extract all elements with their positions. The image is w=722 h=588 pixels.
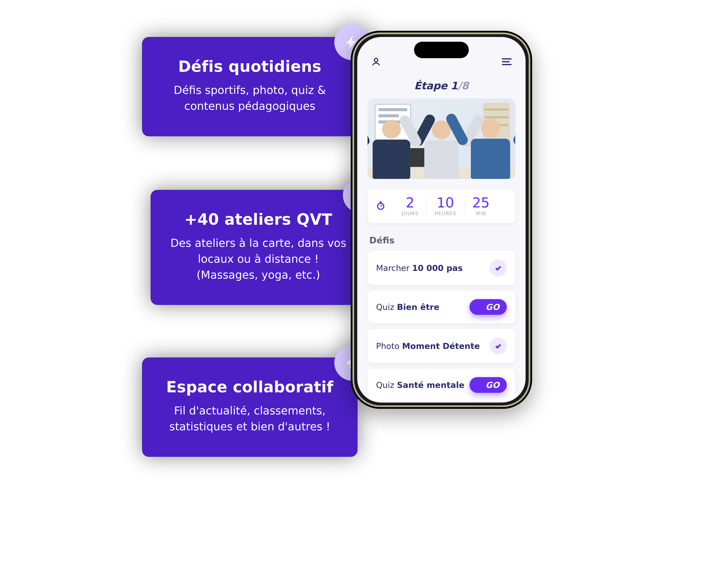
check-icon <box>490 337 507 355</box>
go-label: GO <box>486 380 500 390</box>
defi-row[interactable]: Quiz Bien être GO <box>368 291 515 323</box>
profile-icon[interactable] <box>369 55 383 68</box>
feature-title: Défis quotidiens <box>161 58 339 76</box>
hero-person <box>471 119 510 179</box>
feature-card-ateliers: +40 ateliers QVT Des ateliers à la carte… <box>150 190 366 305</box>
stage-sep: / <box>458 80 461 92</box>
phone-screen: Étape 1/8 <box>357 37 525 403</box>
stopwatch-icon <box>376 201 385 211</box>
stage-current: 1 <box>451 80 458 92</box>
countdown-days: 2 JOURS <box>394 196 426 216</box>
defi-row[interactable]: Quiz Santé mentale GO <box>368 369 515 401</box>
feature-body: Défis sportifs, photo, quiz & contenus p… <box>161 82 339 114</box>
countdown-label: MIN <box>472 211 490 216</box>
go-label: GO <box>486 302 500 312</box>
feature-body: Fil d'actualité, classements, statistiqu… <box>161 403 339 435</box>
countdown-value: 10 <box>435 196 456 210</box>
stage-total: 8 <box>461 80 469 92</box>
countdown-minutes: 25 MIN <box>464 196 497 216</box>
go-button[interactable]: GO <box>470 377 507 393</box>
svg-point-0 <box>374 58 378 62</box>
countdown-label: JOURS <box>402 211 418 216</box>
countdown: 2 JOURS 10 HEURES 25 MIN <box>368 189 515 223</box>
menu-icon[interactable] <box>500 55 514 68</box>
stage-title: Étape 1/8 <box>357 80 525 92</box>
feature-title: Espace collaboratif <box>161 378 339 396</box>
defi-label: Marcher 10 000 pas <box>376 263 463 273</box>
check-icon <box>490 259 507 276</box>
countdown-value: 25 <box>472 196 490 210</box>
defi-row[interactable]: Marcher 10 000 pas <box>368 251 515 285</box>
defi-label: Quiz Bien être <box>376 302 439 312</box>
go-button[interactable]: GO <box>470 299 507 315</box>
feature-title: +40 ateliers QVT <box>169 210 347 228</box>
feature-card-collaboratif: Espace collaboratif Fil d'actualité, cla… <box>142 357 357 457</box>
feature-card-defis: Défis quotidiens Défis sportifs, photo, … <box>142 37 357 136</box>
feature-body: Des ateliers à la carte, dans vos locaux… <box>169 235 347 283</box>
defi-label: Quiz Santé mentale <box>376 380 465 390</box>
defi-row[interactable]: Photo Moment Détente <box>368 329 515 363</box>
hero-image <box>368 99 515 179</box>
countdown-hours: 10 HEURES <box>426 196 464 216</box>
stage-label: Étape <box>414 80 448 92</box>
phone-mockup: Étape 1/8 <box>351 31 532 409</box>
section-defis-title: Défis <box>369 235 514 246</box>
app-header <box>357 37 525 76</box>
countdown-label: HEURES <box>435 211 456 216</box>
defi-label: Photo Moment Détente <box>376 341 480 351</box>
countdown-value: 2 <box>402 196 418 210</box>
